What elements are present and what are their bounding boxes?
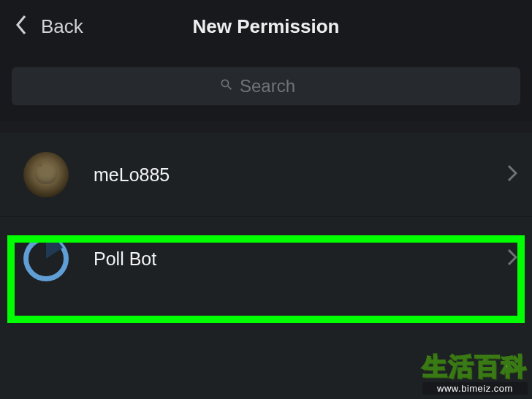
back-button[interactable]: Back	[0, 14, 83, 39]
section-spacer	[0, 121, 532, 133]
back-label: Back	[41, 15, 83, 38]
user-name: Poll Bot	[94, 248, 507, 270]
watermark: 生活百科 www.bimeiz.com	[422, 350, 528, 395]
watermark-url: www.bimeiz.com	[422, 382, 528, 395]
search-input[interactable]	[240, 76, 313, 96]
header-bar: Back New Permission	[0, 0, 532, 53]
avatar	[23, 236, 69, 281]
search-section	[0, 53, 532, 121]
watermark-text: 生活百科	[422, 350, 528, 384]
chevron-right-icon	[507, 248, 517, 269]
chevron-right-icon	[507, 164, 517, 185]
avatar	[23, 152, 69, 197]
search-icon	[219, 77, 234, 95]
user-list: meLo885 Poll Bot	[0, 133, 532, 300]
search-bar[interactable]	[12, 67, 520, 105]
chevron-left-icon	[15, 14, 28, 39]
list-item[interactable]: meLo885	[0, 133, 532, 216]
user-name: meLo885	[94, 164, 507, 186]
list-item[interactable]: Poll Bot	[0, 217, 532, 300]
page-title: New Permission	[193, 15, 340, 38]
